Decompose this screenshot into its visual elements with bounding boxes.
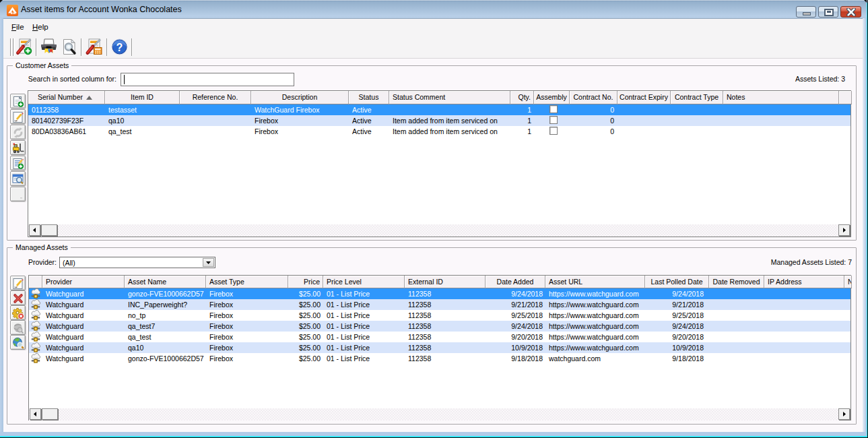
svg-text:?: ?: [116, 42, 123, 53]
